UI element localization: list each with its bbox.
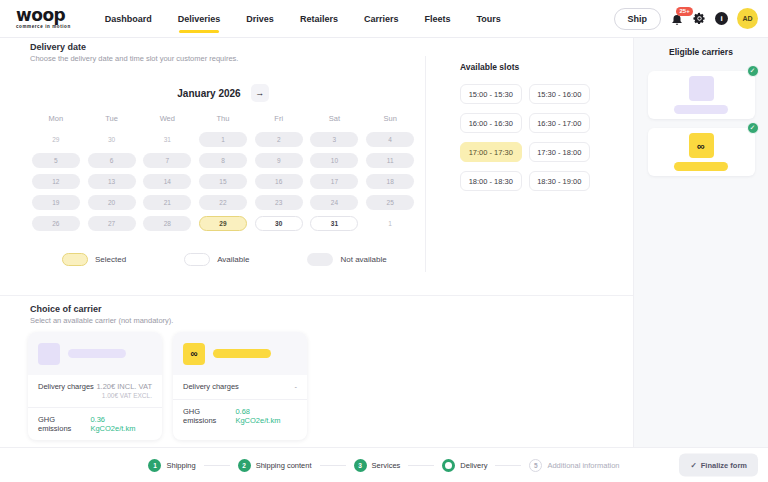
calendar-day-unavailable: 12 — [32, 174, 80, 189]
horizontal-divider — [0, 295, 633, 296]
eligible-carrier-card-lavender[interactable]: ✓ — [648, 71, 755, 119]
available-slots-title: Available slots — [460, 62, 590, 72]
step-label: Shipping content — [256, 461, 312, 470]
nav-item-dashboard[interactable]: Dashboard — [105, 14, 152, 24]
calendar-day-unavailable: 22 — [199, 195, 247, 210]
eligible-carriers-title: Eligible carriers — [634, 47, 768, 57]
nav-item-tours[interactable]: Tours — [476, 14, 500, 24]
slot-grid: 15:00 - 15:3015:30 - 16:0016:00 - 16:301… — [460, 84, 590, 191]
calendar-day-unavailable: 24 — [310, 195, 358, 210]
time-slot[interactable]: 16:00 - 16:30 — [460, 113, 522, 133]
finalize-form-button[interactable]: ✓ Finalize form — [679, 454, 758, 477]
legend-swatch-selected — [62, 253, 88, 266]
carrier-card-logo-area — [28, 332, 162, 375]
step-number: 3 — [354, 459, 367, 472]
woop-logo[interactable]: woop commerce in motion — [16, 7, 71, 30]
time-slot[interactable]: 15:00 - 15:30 — [460, 84, 522, 104]
notification-badge: 25+ — [676, 7, 693, 16]
legend-label: Selected — [95, 255, 126, 264]
calendar-day-unavailable: 2 — [255, 132, 303, 147]
step-shipping[interactable]: 1Shipping — [148, 459, 195, 472]
day-header: Sat — [307, 114, 363, 123]
time-slot[interactable]: 18:30 - 19:00 — [529, 171, 591, 191]
step-number: 2 — [238, 459, 251, 472]
time-slot[interactable]: 16:30 - 17:00 — [529, 113, 591, 133]
carrier-logo-icon: ∞ — [689, 133, 714, 158]
delivery-charges-sub: 1.00€ VAT EXCL. — [96, 392, 152, 400]
nav-item-fleets[interactable]: Fleets — [424, 14, 450, 24]
day-header: Sun — [362, 114, 418, 123]
step-delivery[interactable]: Delivery — [442, 459, 487, 472]
calendar-day-available[interactable]: 30 — [255, 216, 303, 231]
vertical-divider — [425, 56, 426, 272]
top-header: woop commerce in motion DashboardDeliver… — [0, 0, 768, 38]
ship-button[interactable]: Ship — [614, 8, 662, 30]
calendar-day-unavailable: 19 — [32, 195, 80, 210]
delivery-charges-value: 1.20€ INCL. VAT1.00€ VAT EXCL. — [96, 382, 152, 400]
info-icon[interactable]: i — [715, 12, 728, 25]
nav-item-deliveries[interactable]: Deliveries — [178, 14, 221, 24]
time-slot[interactable]: 17:30 - 18:00 — [529, 142, 591, 162]
main-content: Delivery date Choose the delivery date a… — [0, 38, 633, 447]
logo-tagline: commerce in motion — [16, 25, 71, 30]
day-header: Tue — [84, 114, 140, 123]
day-header: Fri — [251, 114, 307, 123]
carrier-logo-icon: ∞ — [183, 343, 205, 365]
day-header: Wed — [139, 114, 195, 123]
step-label: Services — [372, 461, 401, 470]
nav-item-drives[interactable]: Drives — [246, 14, 274, 24]
delivery-charges-row: Delivery charges1.20€ INCL. VAT1.00€ VAT… — [28, 375, 162, 408]
eligible-carrier-card-yellow[interactable]: ∞✓ — [648, 128, 755, 176]
settings-gear-icon[interactable] — [693, 12, 706, 25]
calendar-day-unavailable: 7 — [143, 153, 191, 168]
header-actions: Ship 25+ i AD — [614, 8, 759, 30]
legend-item-selected: Selected — [62, 253, 126, 266]
carrier-logo-icon — [689, 76, 714, 101]
delivery-charges-value: - — [295, 382, 298, 392]
ghg-emissions-value: 0.36 KgCO2e/t.km — [90, 415, 152, 433]
wizard-footer: 1Shipping2Shipping content3ServicesDeliv… — [0, 447, 768, 482]
check-icon: ✓ — [747, 122, 759, 134]
step-connector — [495, 465, 521, 466]
calendar-day-selected[interactable]: 29 — [199, 216, 247, 231]
calendar-grid: 2930311234567891011121314151617181920212… — [28, 132, 418, 231]
carrier-name-bar — [674, 162, 728, 171]
calendar-day-unavailable: 10 — [310, 153, 358, 168]
step-label: Shipping — [166, 461, 195, 470]
ghg-emissions-label: GHG emissions — [38, 415, 90, 433]
step-additional-information[interactable]: 5Additional information — [529, 459, 619, 472]
legend-label: Not available — [340, 255, 386, 264]
carrier-card-yellow[interactable]: ∞Delivery charges-GHG emissions0.68 KgCO… — [173, 332, 307, 440]
time-slot[interactable]: 15:30 - 16:00 — [529, 84, 591, 104]
step-connector — [408, 465, 434, 466]
nav-item-retailers[interactable]: Retailers — [300, 14, 338, 24]
calendar-day-available[interactable]: 31 — [310, 216, 358, 231]
nav-item-carriers[interactable]: Carriers — [364, 14, 399, 24]
logo-wordmark: woop — [16, 7, 71, 24]
step-number: 5 — [529, 459, 542, 472]
calendar-day-unavailable: 20 — [88, 195, 136, 210]
avatar[interactable]: AD — [737, 8, 758, 29]
calendar-next-month-button[interactable]: → — [251, 84, 269, 102]
calendar-day-unavailable: 27 — [88, 216, 136, 231]
ghg-emissions-value: 0.68 KgCO2e/t.km — [235, 407, 297, 425]
delivery-charges-label: Delivery charges — [183, 382, 239, 391]
ghg-emissions-label: GHG emissions — [183, 407, 235, 425]
step-number — [442, 459, 455, 472]
wizard-stepper: 1Shipping2Shipping content3ServicesDeliv… — [148, 459, 619, 472]
step-services[interactable]: 3Services — [354, 459, 401, 472]
legend-swatch-available — [184, 253, 210, 266]
calendar-day-unavailable: 13 — [88, 174, 136, 189]
step-shipping-content[interactable]: 2Shipping content — [238, 459, 312, 472]
time-slot-selected[interactable]: 17:00 - 17:30 — [460, 142, 522, 162]
carrier-card-logo-area: ∞ — [173, 332, 307, 375]
carrier-card-lavender[interactable]: Delivery charges1.20€ INCL. VAT1.00€ VAT… — [28, 332, 162, 440]
calendar-day-unavailable: 21 — [143, 195, 191, 210]
section-subtitle-carrier-choice: Select an available carrier (not mandato… — [30, 316, 173, 325]
main-nav: DashboardDeliveriesDrivesRetailersCarrie… — [105, 14, 501, 24]
legend-item-unavailable: Not available — [307, 253, 386, 266]
notifications-button[interactable]: 25+ — [670, 12, 684, 26]
calendar-day-unavailable: 1 — [199, 132, 247, 147]
time-slot[interactable]: 18:00 - 18:30 — [460, 171, 522, 191]
delivery-charges-label: Delivery charges — [38, 382, 94, 391]
